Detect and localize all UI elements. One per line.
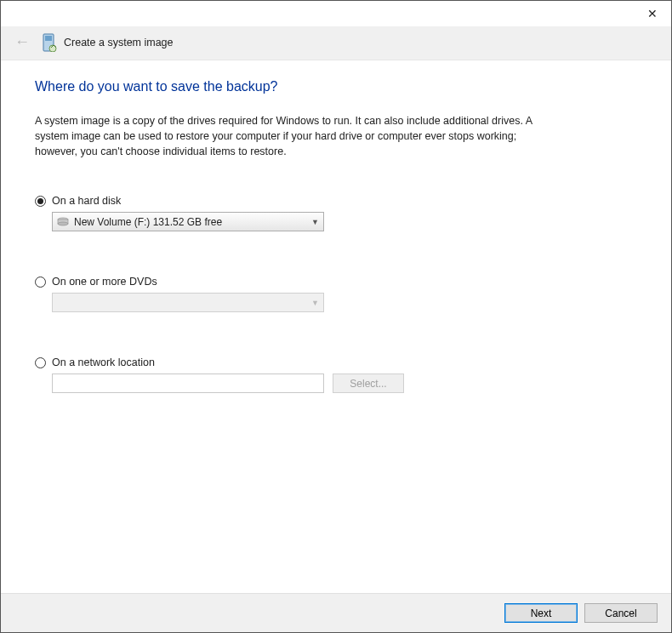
label-network: On a network location	[52, 356, 155, 368]
label-dvd: On one or more DVDs	[52, 276, 157, 288]
network-path-input[interactable]	[52, 374, 324, 393]
cancel-button[interactable]: Cancel	[584, 603, 658, 623]
drive-dropdown-value: New Volume (F:) 131.52 GB free	[74, 216, 222, 228]
chevron-down-icon: ▼	[311, 218, 319, 226]
wizard-footer: Next Cancel	[1, 593, 671, 632]
svg-rect-1	[45, 36, 52, 41]
select-network-button: Select...	[333, 374, 404, 393]
option-dvd-block: On one or more DVDs ▼	[35, 276, 637, 312]
drive-dropdown[interactable]: New Volume (F:) 131.52 GB free ▼	[52, 212, 324, 231]
radio-network[interactable]	[35, 357, 46, 368]
hard-drive-icon	[56, 217, 70, 227]
system-image-icon	[42, 33, 57, 52]
label-hard-disk: On a hard disk	[52, 195, 121, 207]
next-button[interactable]: Next	[504, 603, 578, 623]
option-hard-disk-block: On a hard disk New Volume (F:) 131.52 GB…	[35, 195, 637, 231]
dvd-dropdown: ▼	[52, 293, 324, 312]
content-area: Where do you want to save the backup? A …	[1, 60, 671, 593]
radio-dvd[interactable]	[35, 277, 46, 288]
wizard-header: ← Create a system image	[1, 26, 671, 60]
chevron-down-icon: ▼	[311, 299, 319, 307]
close-button[interactable]: ✕	[642, 3, 663, 24]
titlebar: ✕	[1, 1, 671, 26]
page-description: A system image is a copy of the drives r…	[35, 113, 545, 159]
wizard-title: Create a system image	[64, 37, 174, 48]
back-arrow-icon[interactable]: ←	[9, 31, 35, 53]
page-heading: Where do you want to save the backup?	[35, 79, 637, 94]
option-network-block: On a network location Select...	[35, 356, 637, 393]
radio-hard-disk[interactable]	[35, 196, 46, 207]
svg-point-5	[58, 222, 68, 225]
